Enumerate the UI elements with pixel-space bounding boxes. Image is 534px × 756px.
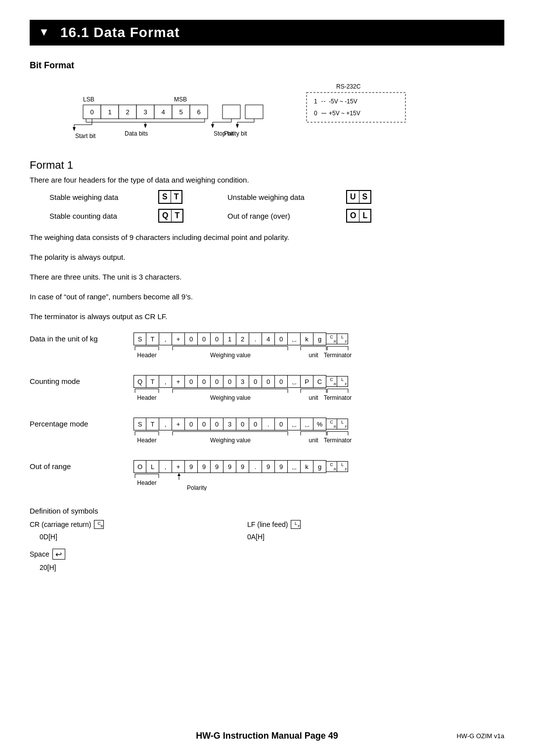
svg-marker-32 — [211, 124, 214, 128]
format1-desc: There are four headers for the type of d… — [30, 176, 504, 184]
body-text-4: In case of “out of range”, numbers becom… — [30, 291, 504, 303]
example-percentage-label: Percentage mode — [30, 418, 124, 428]
annot-svg-oor: Header Polarity — [134, 473, 391, 491]
def-space-box: ↩ — [52, 549, 65, 560]
body-text-3: There are three units. The unit is 3 cha… — [30, 271, 504, 283]
svg-text:Weighing value: Weighing value — [210, 437, 251, 444]
svg-text:unit: unit — [309, 394, 318, 401]
example-percentage-chars: S T , + 0 0 0 3 0 0 . 0 ⎵ ⎵ % CR — [134, 418, 391, 430]
svg-text:6: 6 — [197, 108, 200, 116]
svg-text:Header: Header — [137, 394, 156, 401]
char-g: g — [313, 332, 326, 345]
svg-marker-37 — [236, 124, 239, 128]
svg-text:Terminator: Terminator — [324, 437, 352, 444]
char-0b: 0 — [198, 332, 211, 345]
stable-weighing-label: Stable weighing data — [30, 193, 158, 201]
def-section: Definition of symbols CR (carriage retur… — [30, 507, 504, 571]
svg-text:4: 4 — [161, 108, 165, 116]
footer-sub: HW-G OZIM v1a — [456, 732, 504, 740]
svg-text:1: 1 — [314, 98, 317, 105]
annot-svg-pct: Header Weighing value unit Terminator — [134, 430, 391, 444]
page-header: ▼ 16.1 Data Format — [30, 20, 504, 46]
stable-counting-code: Q T — [158, 209, 218, 223]
example-counting: Counting mode Q T , + 0 0 0 0 3 0 0 0 ⎵ … — [30, 375, 504, 404]
char-cr: CR — [326, 333, 337, 344]
example-counting-chars: Q T , + 0 0 0 0 3 0 0 0 ⎵ P C CR — [134, 375, 391, 388]
svg-text:Header: Header — [137, 479, 156, 486]
example-percentage: Percentage mode S T , + 0 0 0 3 0 0 . 0 … — [30, 418, 504, 446]
body-text-5: The terminator is always output as CR LF… — [30, 311, 504, 323]
example-oor-right: O L , + 9 9 9 9 9 . 9 9 ⎵ k g CR — [134, 460, 391, 493]
char-T: T — [146, 332, 159, 345]
char-1: 1 — [223, 332, 236, 345]
bit-format-title: Bit Format — [30, 60, 504, 71]
bit-format-section: Bit Format LSB 0 1 2 3 4 — [30, 60, 504, 144]
svg-text:+5V ~ +15V: +5V ~ +15V — [329, 110, 360, 117]
body-text-2: The polarity is always output. — [30, 251, 504, 263]
svg-text:Header: Header — [137, 437, 156, 444]
example-kg-chars: S T , + 0 0 0 1 2 . 4 0 ⎵ k g — [134, 332, 391, 345]
svg-rect-16 — [222, 105, 240, 119]
svg-text:5: 5 — [179, 108, 182, 116]
svg-text:Header: Header — [137, 352, 156, 359]
header-types-grid: Stable weighing data S T Unstable weighi… — [30, 190, 504, 223]
svg-text:2: 2 — [126, 108, 129, 116]
page-title: 16.1 Data Format — [60, 25, 180, 41]
section-icon: ▼ — [39, 26, 53, 40]
svg-text:Data bits: Data bits — [125, 130, 148, 137]
def-space-label: Space — [30, 550, 49, 558]
example-percentage-right: S T , + 0 0 0 3 0 0 . 0 ⎵ ⎵ % CR — [134, 418, 391, 446]
annot-svg-counting: Header Weighing value unit Terminator — [134, 388, 391, 402]
svg-text:Terminator: Terminator — [324, 394, 352, 401]
svg-text:3: 3 — [143, 108, 147, 116]
def-space-hex: 20[H] — [30, 564, 247, 571]
svg-text:Start bit: Start bit — [75, 133, 96, 140]
bit-diagram-svg: LSB 0 1 2 3 4 MSB 5 — [30, 78, 475, 142]
svg-text:RS-232C: RS-232C — [336, 83, 361, 90]
def-cr-label: CR (carriage return) — [30, 520, 91, 528]
def-title: Definition of symbols — [30, 507, 504, 515]
svg-marker-21 — [73, 127, 76, 131]
page-footer: HW-G Instruction Manual Page 49 HW-G OZI… — [0, 731, 534, 741]
svg-text:MSB: MSB — [174, 96, 187, 103]
example-kg-right: S T , + 0 0 0 1 2 . 4 0 ⎵ k g — [134, 332, 391, 361]
char-S: S — [134, 332, 146, 345]
out-of-range-label: Out of range (over) — [218, 212, 346, 220]
page: ▼ 16.1 Data Format Bit Format LSB 0 1 2 — [0, 0, 534, 756]
svg-text:0: 0 — [90, 108, 93, 116]
svg-text:-5V ~ -15V: -5V ~ -15V — [329, 98, 357, 105]
def-cr: CR (carriage return) CR — [30, 520, 247, 529]
def-lf: LF (line feed) LF — [247, 520, 445, 529]
def-space: Space ↩ — [30, 549, 247, 560]
def-cr-hex: 0D[H] — [30, 533, 247, 541]
char-2: 2 — [236, 332, 249, 345]
char-0a: 0 — [185, 332, 198, 345]
unstable-weighing-label: Unstable weighing data — [218, 193, 346, 201]
svg-text:unit: unit — [309, 352, 318, 359]
svg-marker-27 — [144, 124, 147, 128]
example-counting-label: Counting mode — [30, 375, 124, 385]
example-out-of-range: Out of range O L , + 9 9 9 9 9 . 9 9 ⎵ k — [30, 460, 504, 493]
char-k: k — [301, 332, 313, 345]
bit-diagram-container: LSB 0 1 2 3 4 MSB 5 — [30, 78, 504, 144]
char-lf: LF — [337, 333, 348, 344]
format1-title: Format 1 — [30, 159, 504, 172]
def-cr-box: CR — [94, 520, 104, 529]
example-kg: Data in the unit of kg S T , + 0 0 0 1 2… — [30, 332, 504, 361]
example-counting-right: Q T , + 0 0 0 0 3 0 0 0 ⎵ P C CR — [134, 375, 391, 404]
svg-text:unit: unit — [309, 437, 318, 444]
svg-text:Terminator: Terminator — [324, 352, 352, 359]
example-oor-chars: O L , + 9 9 9 9 9 . 9 9 ⎵ k g CR — [134, 460, 391, 473]
def-grid: CR (carriage return) CR LF (line feed) L… — [30, 520, 504, 571]
def-lf-box: LF — [291, 520, 301, 529]
svg-text:Polarity: Polarity — [187, 484, 207, 491]
format1-section: Format 1 There are four headers for the … — [30, 159, 504, 323]
char-dot: . — [249, 332, 262, 345]
annot-svg-kg: Header Weighing value unit Terminator — [134, 345, 391, 359]
svg-text:LSB: LSB — [83, 96, 94, 103]
stable-weighing-code: S T — [158, 190, 213, 204]
def-lf-label: LF (line feed) — [247, 520, 288, 528]
footer-main: HW-G Instruction Manual Page 49 — [196, 731, 338, 741]
svg-text:1: 1 — [108, 108, 111, 116]
svg-rect-17 — [245, 105, 263, 119]
